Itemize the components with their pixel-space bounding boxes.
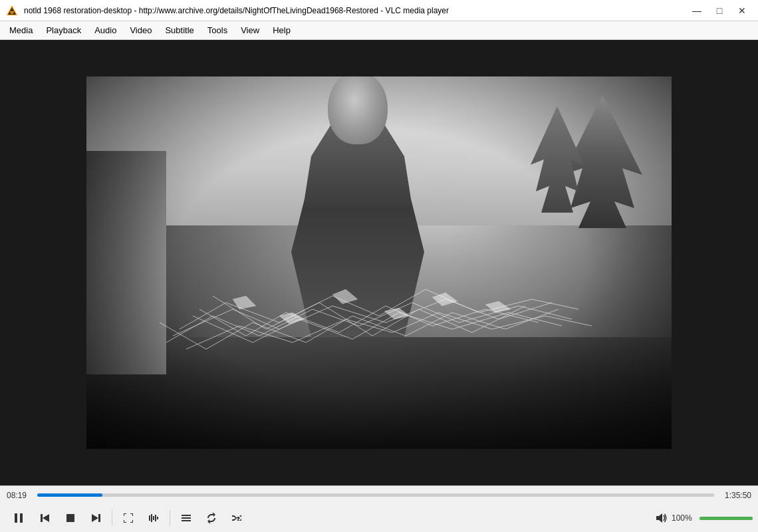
svg-rect-17 [149,515,150,521]
pause-icon [13,512,25,524]
menu-video[interactable]: Video [123,23,158,38]
window-title: notld 1968 restoration-desktop - http://… [24,6,686,15]
skip-prev-icon [40,513,51,523]
menu-audio[interactable]: Audio [88,23,123,38]
playlist-icon [181,513,191,523]
menu-tools[interactable]: Tools [201,23,234,38]
controls-bar: 08:19 1:35:50 [0,485,758,532]
extended-settings-button[interactable] [142,507,166,529]
svg-marker-13 [43,514,49,522]
volume-bar-fill [699,517,753,520]
menu-playback[interactable]: Playback [39,23,88,38]
skip-next-icon [90,513,101,523]
seek-bar[interactable] [37,493,714,497]
volume-section: 100% [654,511,753,525]
playlist-button[interactable] [174,507,198,529]
svg-marker-5 [332,289,358,304]
maximize-button[interactable]: □ [709,1,730,20]
svg-rect-20 [155,515,156,521]
svg-marker-6 [432,293,457,306]
svg-rect-14 [66,514,74,522]
svg-marker-16 [92,514,98,522]
svg-rect-3 [11,13,13,14]
svg-rect-22 [182,515,191,516]
volume-icon[interactable] [654,511,668,525]
menu-bar: Media Playback Audio Video Subtitle Tool… [0,21,758,40]
window-controls: — □ ✕ [686,1,753,20]
svg-marker-4 [233,296,256,309]
divider-2 [170,510,170,526]
random-button[interactable] [225,507,249,529]
svg-rect-21 [157,517,158,519]
scene-tree-1 [563,95,642,228]
svg-marker-25 [656,513,662,523]
loop-button[interactable] [199,507,223,529]
menu-help[interactable]: Help [266,23,297,38]
seek-bar-fill [37,493,102,497]
menu-media[interactable]: Media [3,23,39,38]
speaker-icon [654,511,668,525]
svg-marker-9 [485,301,511,313]
svg-rect-12 [41,514,43,522]
volume-bar[interactable] [699,517,753,520]
stop-icon [65,513,76,523]
svg-marker-8 [384,308,410,319]
random-icon [231,513,242,523]
playback-row: 100% [0,505,758,532]
scene-person-head [328,76,388,144]
volume-label: 100% [672,513,695,523]
svg-rect-10 [15,513,17,523]
fullscreen-icon [123,513,134,523]
svg-rect-23 [182,517,191,519]
prev-button[interactable] [33,507,57,529]
vlc-icon [5,4,19,17]
seek-row: 08:19 1:35:50 [0,486,758,505]
video-frame[interactable] [86,76,672,449]
divider-1 [112,510,112,526]
scene-debris [145,276,613,356]
loop-icon [206,513,217,523]
video-canvas [86,76,672,449]
pause-button[interactable] [5,506,32,530]
time-total: 1:35:50 [719,491,751,500]
time-current: 08:19 [7,491,32,500]
minimize-button[interactable]: — [686,1,707,20]
svg-rect-24 [182,520,191,521]
menu-subtitle[interactable]: Subtitle [158,23,200,38]
title-bar: notld 1968 restoration-desktop - http://… [0,0,758,21]
svg-rect-2 [10,11,14,13]
svg-rect-19 [153,516,154,520]
video-area[interactable] [0,40,758,485]
next-button[interactable] [84,507,108,529]
equalizer-icon [148,513,159,523]
svg-rect-11 [20,513,23,523]
menu-view[interactable]: View [234,23,266,38]
svg-rect-18 [151,514,152,522]
svg-rect-15 [98,514,100,522]
fullscreen-button[interactable] [116,507,140,529]
close-button[interactable]: ✕ [731,1,753,20]
stop-button[interactable] [59,507,82,529]
